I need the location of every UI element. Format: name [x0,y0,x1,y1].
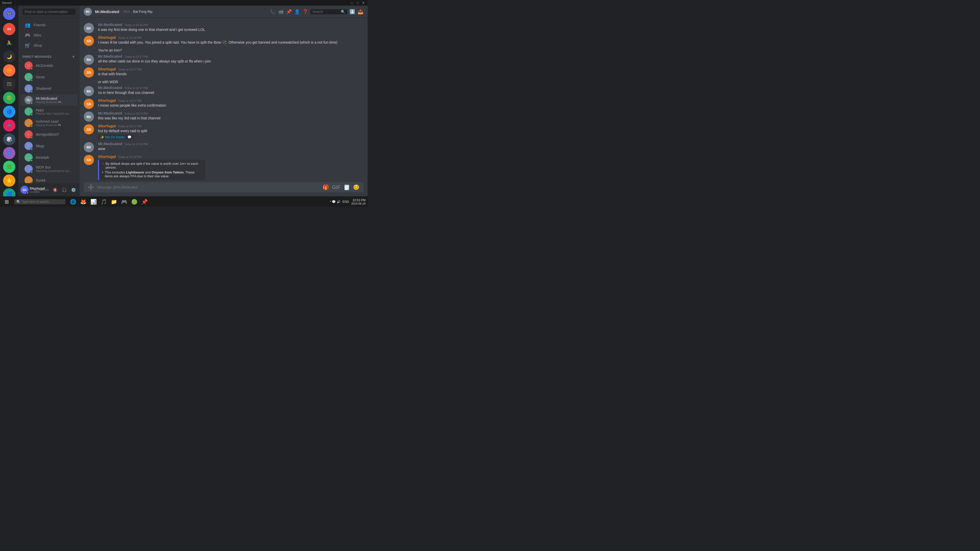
call-button[interactable]: 📞 [270,9,276,15]
user-panel-username: Shurtugal [30,186,32,190]
message-input[interactable] [97,182,320,192]
server-icon-s6[interactable]: 🟢 [3,92,15,104]
taskbar-app-browser[interactable]: 🌐 [68,197,78,206]
dm-item-mohmed-saad[interactable]: Mo mohmed saad Playing RuneLite 🎮 [21,118,78,129]
server-icon-rs[interactable]: RS [3,23,15,35]
runelite-icon: 🎮 [34,188,37,192]
message-group-m4: Sh Shurtugal Today at 10:17 PM is that w… [80,66,368,78]
server-icon-s2[interactable]: 🚴 [3,37,15,49]
server-icon-s3[interactable]: 🌙 [3,51,15,63]
input-actions: 🎁 GIF 🗒️ 😊 [321,183,360,191]
pin-button[interactable]: 📌 [286,9,292,15]
channel-sidebar: 👥 Friends 🎮 Nitro 🛒 Shop DIRECT MESSAGES… [18,6,80,197]
server-icon-s10[interactable]: 🌀 [3,147,15,159]
dm-item-wdr-bot[interactable]: W WDR Bot Watching 1modmail for reports [21,163,78,175]
avatar-mczonalds: M [24,62,33,70]
user-panel-icons: 🔇 🎧 ⚙️ [51,186,78,194]
dm-item-serac[interactable]: S Serac [21,71,78,83]
message-group-m2: Sh Shurtugal Today at 10:16 PM I mean il… [80,35,368,46]
shop-icon: 🛒 [24,42,31,48]
discord-home-button[interactable]: 🎮 [3,8,15,20]
add-dm-button[interactable]: + [72,55,76,59]
taskbar-app-files[interactable]: 📁 [109,197,118,206]
dm-item-ibeastpk[interactable]: ib ibeastpk [21,152,78,163]
taskbar-app-runelite[interactable]: 📌 [140,197,149,206]
mute-button[interactable]: 🔇 [51,186,59,194]
msg-text-m7: this was like my 3rd raid in that channe… [98,116,364,121]
msg-text-m4: is that with friends [98,72,364,77]
start-button[interactable]: ⊞ [2,197,11,206]
msg-content-m9: Mr.Medicated Today at 10:18 PM wow [98,141,364,152]
taskbar-right: ^ 💬 🔊 ENG 10:53 PM 2024-06-18 [329,198,366,205]
msg-timestamp-m8: Today at 10:17 PM [118,125,142,128]
taskbar-app-firefox[interactable]: 🦊 [79,197,88,206]
nav-item-shop[interactable]: 🛒 Shop [21,40,78,51]
dm-name-wdr-bot: WDR Bot [36,165,73,169]
maximize-button[interactable]: □ [356,1,360,5]
close-button[interactable]: ✕ [361,1,366,5]
taskbar-app-nvidia[interactable]: 🟢 [130,197,139,206]
msg-content-m10: Shurtugal Today at 10:18 PM × By default… [98,154,364,180]
server-icon-s9[interactable]: 🎲 [3,133,15,145]
msg-continuation-m4-1: or with WDR [80,79,368,85]
avatar-m8: Sh [84,124,94,135]
taskbar-search-bar[interactable]: 🔍 [14,199,65,204]
settings-button[interactable]: ⚙️ [70,186,78,194]
minimize-button[interactable]: — [350,1,354,5]
msg-cont-text-m2-1: You're an iron? [98,48,364,53]
emoji-button[interactable]: 😊 [352,183,360,191]
taskbar-app-excel[interactable]: 📊 [89,197,98,206]
gift-button[interactable]: 🎁 [321,183,330,191]
message-input-area: ➕ 🎁 GIF 🗒️ 😊 [80,182,368,197]
server-icon-s8[interactable]: 🎮 [3,119,15,132]
header-search[interactable]: 🔍 [310,9,347,14]
dm-name-blegy: blegy [36,144,73,148]
search-icon: 🔍 [341,10,345,14]
dm-item-appy[interactable]: A Appy Playing https://appybot.xyz [21,106,78,117]
inbox-button[interactable]: 📥 [357,9,364,15]
nav-item-nitro[interactable]: 🎮 Nitro [21,30,78,40]
user-info: Shurtugal Invisible [30,186,32,193]
dm-item-mrmedicated[interactable]: Mr Mr.Medicated Playing RuneLite 🎮 [21,94,78,106]
msg-text-m1: it was my first time doing one in that c… [98,27,364,32]
msg-text-m9: wow [98,146,364,151]
server-icon-s7[interactable]: 🔵 [3,106,15,118]
dm-item-mczonalds[interactable]: M McZonalds [21,60,78,71]
deafen-button[interactable]: 🎧 [60,186,68,194]
dm-item-blegy[interactable]: B blegy [21,140,78,151]
embed-text-2: This excludes Lightbearer and Onyxes fro… [105,170,202,178]
help-button[interactable]: ❓ [302,9,309,15]
video-button[interactable]: 📹 [278,9,284,15]
server-icon-s4[interactable]: 🟠 [3,64,15,76]
server-icon-s13[interactable]: 🟦 [3,188,15,197]
server-icon-iron-clan[interactable]: IRON CLAN [3,78,15,90]
attach-button[interactable]: ➕ [87,183,95,191]
server-pill-wdr[interactable]: ✨ We Do Raids · 💬 [98,135,134,140]
message-group-m3: Mr Mr.Medicated Today at 10:17 PM all th… [80,54,368,65]
search-bar[interactable] [18,6,80,18]
avatar-m4: Sh [84,67,94,78]
msg-cont-text-m4-1: or with WDR [98,79,364,85]
gif-button[interactable]: GIF [331,183,342,191]
header-search-input[interactable] [312,10,340,14]
messages-area: Mr Mr.Medicated Today at 10:16 PM it was… [80,18,368,182]
msg-timestamp-m10: Today at 10:18 PM [118,156,142,159]
sticker-button[interactable]: 🗒️ [342,183,351,191]
dm-item-shattered[interactable]: Sh Shattered [21,83,78,94]
dm-item-demigoddes07[interactable]: D demigoddes07 [21,129,78,140]
taskbar-search-input[interactable] [22,200,63,203]
msg-timestamp-m1: Today at 10:16 PM [124,24,148,27]
message-group-m1: Mr Mr.Medicated Today at 10:16 PM it was… [80,22,368,34]
taskbar-app-game[interactable]: 🎮 [119,197,129,206]
titlebar-controls[interactable]: — □ ✕ [350,1,366,5]
nav-item-friends[interactable]: 👥 Friends [21,20,78,30]
dm-item-rynkk[interactable]: Ry Rynkk [21,175,78,183]
download-button[interactable]: ⬇️ [349,9,355,15]
search-input[interactable] [22,9,76,15]
avatar-m3: Mr [84,55,94,65]
taskbar-app-spotify[interactable]: 🎵 [99,197,108,206]
dm-name-mohmed-saad: mohmed saad [36,119,73,124]
server-icon-s11[interactable]: 🌿 [3,161,15,173]
add-friend-button[interactable]: 👤 [294,9,300,15]
server-icon-s12[interactable]: ⭐ [3,175,15,187]
